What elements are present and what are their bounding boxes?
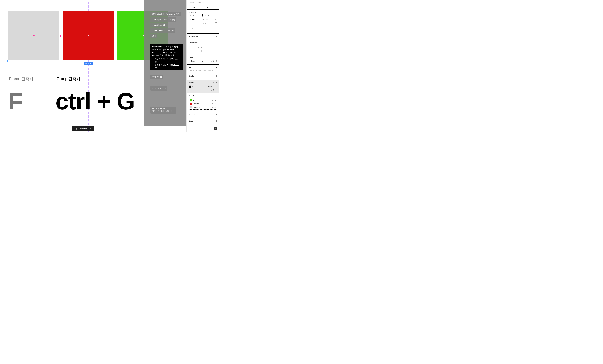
align-left-icon[interactable]: ⎸⁼ (189, 6, 191, 8)
gap-input[interactable] (192, 27, 202, 29)
constraints-section: Constraints + ↔ Left ⌄ ↕ Top ⌄ (186, 40, 219, 55)
color-swatch[interactable] (189, 106, 192, 108)
fill-title: Fill (189, 66, 191, 68)
resize-handle-bl[interactable] (7, 60, 8, 62)
selection-color-row[interactable]: 43D80E 100% (189, 98, 216, 102)
constraint-v-dropdown[interactable]: ↕ Top ⌄ (198, 50, 206, 52)
add-effect-button[interactable]: + (216, 113, 217, 116)
add-auto-layout-button[interactable]: + (216, 35, 217, 37)
export-section: Export + (186, 118, 219, 125)
independent-corners-icon[interactable]: ⛶ (214, 22, 217, 25)
annotation-tag: group의 회전각도 (151, 23, 168, 27)
rotation-input[interactable] (192, 23, 199, 24)
remove-stroke-icon[interactable]: − (216, 86, 217, 87)
add-fill-button[interactable]: + (216, 66, 217, 69)
transform-section: Group ⌄ X Y W H ⇅ ⟀ ⌐ ⛶ 〕〔 (186, 10, 219, 34)
tab-design[interactable]: Design (189, 1, 195, 3)
visibility-icon[interactable]: 👁 (215, 60, 217, 62)
fill-styles-icon[interactable]: ⠿ (213, 66, 215, 69)
color-opacity: 100% (212, 106, 216, 108)
auto-layout-section: Auto layout + (186, 34, 219, 40)
constraints-title: Constraints (189, 42, 198, 44)
help-button[interactable]: ? (214, 127, 217, 130)
align-top-icon[interactable]: ⎺ (202, 6, 204, 8)
radius-field[interactable]: ⌐ (202, 22, 214, 25)
effects-title: Effects (189, 113, 195, 115)
layer-opacity-input[interactable]: 100% (210, 60, 214, 62)
selection-colors-section: Selection colors 43D80E 100% D80E0E 100%… (186, 93, 219, 111)
height-input[interactable] (205, 19, 212, 21)
height-field[interactable]: H (202, 18, 214, 21)
align-right-icon[interactable]: ⁼⎹ (197, 6, 199, 8)
color-hex: D80E0E (193, 103, 199, 105)
toast-opacity: Opacity set to 50% (72, 126, 94, 131)
stroke-sides-icon[interactable]: ⊡ (213, 89, 214, 91)
tab-prototype[interactable]: Prototype (197, 1, 204, 3)
stroke-position-dropdown[interactable]: Inside ⌄ (189, 89, 195, 91)
align-more-icon[interactable]: ⋯ (215, 6, 217, 8)
stroke-color-swatch[interactable] (189, 85, 191, 88)
constrain-proportions-icon[interactable]: ⇅ (214, 18, 217, 21)
blend-mode-dropdown[interactable]: Pass through ⌄ (191, 60, 203, 62)
color-swatch[interactable] (189, 103, 192, 105)
alignment-controls: ⎸⁼ ╋ ⁼⎹ ⎺ ┿ ⎽ ⋯ (186, 5, 219, 10)
annotation-tag: selection colors 해당 영역에서 사용한 색상 (151, 107, 176, 114)
constraint-h-dropdown[interactable]: ↔ Left ⌄ (198, 46, 206, 48)
note-bullet: 상위영역 변동에 따른 세로기준 (155, 63, 181, 69)
stroke-inline-title: Stroke (189, 82, 194, 83)
chevron-down-icon: ⌄ (204, 46, 206, 48)
color-swatch[interactable] (189, 99, 192, 101)
stroke-opacity[interactable]: 100% (207, 86, 212, 87)
h-arrow-icon: ↔ (198, 47, 200, 48)
stroke-title: Stroke (189, 75, 194, 77)
align-v-center-icon[interactable]: ┿ (207, 6, 208, 8)
radius-input[interactable] (205, 23, 212, 24)
y-field[interactable]: Y (204, 14, 217, 17)
selection-colors-title: Selection colors (189, 95, 202, 97)
rotation-field[interactable]: ⟀ (189, 22, 201, 25)
align-h-center-icon[interactable]: ╋ (193, 6, 195, 8)
annotation-tag: stroke 테두리 선 (151, 86, 167, 91)
constraint-top-indicator (192, 46, 192, 47)
stroke-more-icon[interactable]: ⋯ (215, 89, 217, 91)
stroke-styles-icon[interactable]: ⠿ (213, 82, 215, 84)
stroke-visibility-icon[interactable]: 👁 (213, 85, 215, 88)
group-shortcut-label: Group 단축키 (57, 76, 80, 81)
dimension-badge: 389 × 123 (84, 62, 93, 65)
gap-field[interactable]: 〕〔 (189, 26, 203, 31)
width-field[interactable]: W (189, 18, 201, 21)
color-hex: D9D9D9 (193, 106, 200, 108)
annotation-tag: 상위 영역에서 해당 group의 위치 (151, 12, 181, 16)
frame-type-dropdown[interactable]: Group ⌄ (189, 11, 196, 13)
resize-handle-tl[interactable] (7, 9, 8, 10)
stroke-width-icon: ≡ (208, 89, 209, 91)
add-stroke-button[interactable]: + (216, 75, 217, 77)
color-opacity: 100% (212, 103, 216, 105)
selection-color-row[interactable]: D9D9D9 100% (189, 106, 216, 109)
x-field[interactable]: X (189, 14, 203, 17)
stroke-inline-add-button[interactable]: + (216, 81, 217, 84)
constraints-widget[interactable]: + (189, 46, 196, 52)
annotation-tag: group의 크기(width, height) (151, 17, 176, 22)
x-input[interactable] (192, 15, 201, 17)
v-arrow-icon: ↕ (198, 50, 199, 52)
panel-tabs: Design Prototype (186, 0, 219, 5)
chevron-down-icon: ⌄ (202, 60, 203, 62)
annotation-note-constraints: constraints; 요소의 위치 통제 현재 선택한 group을 포함한… (151, 44, 183, 70)
layer-section: Layer ◇ Pass through ⌄ 100% 👁 (186, 55, 219, 65)
align-bottom-icon[interactable]: ⎽ (211, 6, 213, 8)
fill-mixed-hint: Click + to replace mixed content (189, 70, 217, 71)
add-export-button[interactable]: + (216, 120, 217, 122)
chevron-down-icon: ⌄ (194, 11, 196, 13)
note-title: constraints; 요소의 위치 통제 (152, 45, 181, 48)
shortcut-key-ctrl-g: ctrl + G (56, 90, 135, 113)
stroke-hex[interactable]: 000000 (192, 86, 198, 87)
stroke-width-input[interactable]: 1 (210, 89, 211, 91)
note-bullet: 상위영역 변동에 따른 가로기준 (155, 58, 181, 63)
annotation-tag: border-radius 코너 둥글기 (151, 28, 175, 33)
y-input[interactable] (207, 15, 216, 17)
note-line: frame의 크기에 따라 변동될 (152, 51, 181, 54)
selection-color-row[interactable]: D80E0E 100% (189, 102, 216, 106)
annotation-tag: 간격 (151, 34, 157, 38)
width-input[interactable] (192, 19, 199, 21)
